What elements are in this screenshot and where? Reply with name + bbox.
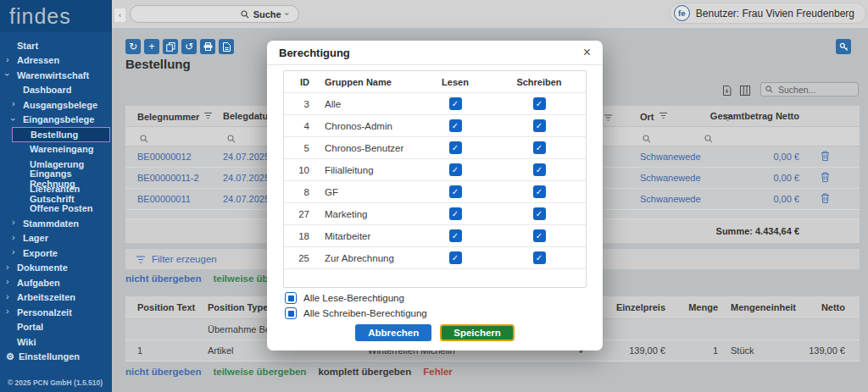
sidebar-item-warenwirtschaft[interactable]: ›Warenwirtschaft <box>0 68 112 83</box>
modal-header: Berechtigung × <box>267 41 603 65</box>
schreiben-checkbox[interactable]: ✓ <box>533 119 546 132</box>
filter-icon[interactable] <box>659 111 667 121</box>
all-lesen-checkbox[interactable] <box>285 292 297 304</box>
permission-row: 3Alle ✓ ✓ <box>284 93 586 115</box>
lesen-checkbox[interactable]: ✓ <box>449 185 462 198</box>
sidebar-item-wareneingang[interactable]: Wareneingang <box>0 142 112 157</box>
chevron-right-icon: › <box>6 276 9 286</box>
belegnummer-link[interactable]: BE00000011 <box>137 194 191 204</box>
cancel-button[interactable]: Abbrechen <box>355 324 431 341</box>
sidebar-item-eingangsbelege[interactable]: ›Eingangsbelege <box>0 113 112 128</box>
table-search-input[interactable] <box>776 84 852 96</box>
global-search[interactable]: Suche › <box>130 5 299 23</box>
filter-icon[interactable] <box>204 111 212 121</box>
key-icon <box>839 42 849 52</box>
sidebar-item-portal[interactable]: Portal <box>0 320 112 335</box>
legend-item: nicht übergeben <box>125 367 201 377</box>
schreiben-checkbox[interactable]: ✓ <box>533 185 546 198</box>
search-icon[interactable] <box>704 131 713 146</box>
close-icon[interactable]: × <box>583 46 591 59</box>
schreiben-checkbox[interactable]: ✓ <box>533 163 546 176</box>
netto-cell: 139,00 € <box>809 345 845 356</box>
column-chooser-icon[interactable] <box>740 84 750 99</box>
sidebar-item-personalzeit[interactable]: ›Personalzeit <box>0 305 112 320</box>
lesen-checkbox[interactable]: ✓ <box>449 251 462 264</box>
delete-icon[interactable] <box>821 193 830 205</box>
schreiben-checkbox[interactable]: ✓ <box>533 97 546 110</box>
column-header-position-text[interactable]: Position Text <box>137 302 195 312</box>
sidebar-item-dokumente[interactable]: ›Dokumente <box>0 261 112 276</box>
save-button[interactable]: Speichern <box>440 324 515 341</box>
summe-total: Summe: 4.434,64 € <box>716 226 799 236</box>
sidebar-item-exporte[interactable]: ›Exporte <box>0 246 112 261</box>
column-header-id: ID <box>284 77 313 87</box>
search-icon[interactable] <box>643 131 651 146</box>
all-schreiben-checkbox[interactable] <box>285 307 297 319</box>
column-header-mengeneinheit[interactable]: Mengeneinheit <box>731 302 796 312</box>
sidebar-item-einstellungen[interactable]: ›⚙Einstellungen <box>0 350 112 365</box>
chevron-right-icon: › <box>6 351 9 361</box>
user-menu[interactable]: fe Benutzer: Frau Vivien Freudenberg <box>670 3 866 24</box>
permission-row: 10Filialleitung ✓ ✓ <box>284 159 586 181</box>
sidebar-collapse-button[interactable]: ‹ <box>114 8 126 23</box>
chevron-right-icon: › <box>12 232 15 242</box>
delete-icon[interactable] <box>821 172 830 184</box>
schreiben-checkbox[interactable]: ✓ <box>533 251 546 264</box>
belegdatum-cell: 24.07.2025 <box>223 152 270 162</box>
schreiben-checkbox[interactable]: ✓ <box>533 229 546 242</box>
document-icon <box>223 42 231 52</box>
sidebar-item-arbeitszeiten[interactable]: ›Arbeitszeiten <box>0 290 112 306</box>
copy-button[interactable] <box>163 39 178 54</box>
schreiben-checkbox[interactable]: ✓ <box>533 207 546 220</box>
sidebar-item-lieferanten-gutschrift[interactable]: Lieferanten Gutschrift <box>0 186 112 202</box>
permissions-button[interactable] <box>836 39 851 54</box>
lesen-checkbox[interactable]: ✓ <box>449 141 462 154</box>
column-header-menge[interactable]: Menge <box>688 302 718 312</box>
schreiben-checkbox[interactable]: ✓ <box>533 141 546 154</box>
export-document-button[interactable] <box>219 39 234 54</box>
permission-row: 4Chronos-Admin ✓ ✓ <box>284 115 586 137</box>
sidebar-item-bestellung[interactable]: Bestellung <box>12 127 110 142</box>
sidebar-item-wiki[interactable]: Wiki <box>0 334 112 350</box>
sidebar-item-lager[interactable]: ›Lager <box>0 231 112 246</box>
global-search-label: Suche <box>253 9 281 19</box>
filter-icon[interactable] <box>604 113 612 123</box>
column-header-einzelpreis[interactable]: Einzelpreis <box>616 302 665 312</box>
lesen-checkbox[interactable]: ✓ <box>449 97 462 110</box>
history-button[interactable]: ↺ <box>181 39 197 54</box>
column-header-netto[interactable]: Netto <box>821 302 845 312</box>
logo[interactable]: findes <box>9 4 71 29</box>
sidebar-item-aufgaben[interactable]: ›Aufgaben <box>0 275 112 290</box>
delete-icon[interactable] <box>821 151 830 163</box>
belegnummer-link[interactable]: BE00000012 <box>137 152 192 162</box>
chevron-right-icon: › <box>12 246 15 257</box>
export-icon[interactable] <box>722 84 732 99</box>
sidebar-item-ausgangsbelege[interactable]: ›Ausgangsbelege <box>0 97 112 113</box>
column-header-gesamtbetrag[interactable]: Gesamtbetrag Netto <box>710 111 799 121</box>
lesen-checkbox[interactable]: ✓ <box>449 207 462 220</box>
sidebar-item-offene-posten[interactable]: Offene Posten <box>0 202 112 217</box>
print-button[interactable] <box>200 39 215 54</box>
sidebar-item-dashboard[interactable]: Dashboard <box>0 83 112 98</box>
add-button[interactable]: + <box>144 39 159 54</box>
column-header-lesen: Lesen <box>416 77 494 87</box>
column-header-ort[interactable]: Ort <box>640 111 667 122</box>
column-header-belegnummer[interactable]: Belegnummer <box>137 111 212 122</box>
lesen-checkbox[interactable]: ✓ <box>449 119 462 132</box>
lesen-checkbox[interactable]: ✓ <box>449 163 462 176</box>
sidebar-item-stammdaten[interactable]: ›Stammdaten <box>0 216 112 231</box>
column-header-position-type[interactable]: Position Type <box>208 302 268 312</box>
copy-icon <box>166 42 175 52</box>
user-label: Benutzer: Frau Vivien Freudenberg <box>696 8 854 19</box>
table-search[interactable] <box>760 82 859 97</box>
all-lesen-label: Alle Lese-Berechtigung <box>303 293 404 303</box>
einheit-cell: Stück <box>731 345 754 356</box>
search-icon[interactable] <box>227 131 236 146</box>
sidebar-item-start[interactable]: Start <box>0 38 112 53</box>
sidebar-item-adressen[interactable]: ›Adressen <box>0 53 112 69</box>
chevron-down-icon: › <box>3 73 13 76</box>
search-icon[interactable] <box>140 131 148 146</box>
refresh-button[interactable]: ↻ <box>125 39 141 54</box>
lesen-checkbox[interactable]: ✓ <box>449 229 462 242</box>
belegnummer-link[interactable]: BE00000011-2 <box>137 173 199 183</box>
